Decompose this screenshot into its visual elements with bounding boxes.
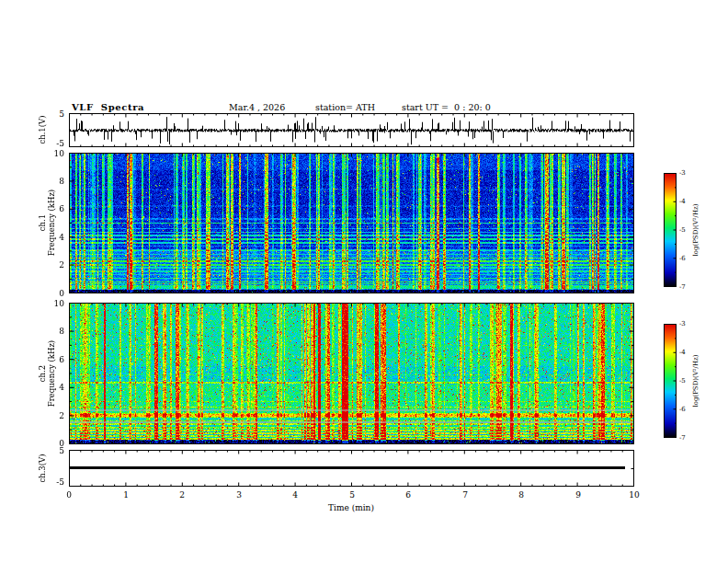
ch2-spec-frequency-label: Frequency (kHz) bbox=[47, 340, 56, 407]
ch3-wave-axis-label: ch.3(V) bbox=[38, 454, 47, 482]
ch1-wave-ymin-label: -5 bbox=[44, 139, 64, 148]
freq-tick-label: 8 bbox=[44, 327, 64, 336]
freq-tick-label: 0 bbox=[44, 439, 64, 448]
time-tick-label: 7 bbox=[455, 490, 475, 500]
colorbar-tick-label: -6 bbox=[679, 406, 686, 413]
colorbar-tick-label: -4 bbox=[679, 198, 686, 205]
ch3-waveform-canvas bbox=[69, 450, 634, 487]
freq-tick-label: 10 bbox=[44, 299, 64, 308]
figure-title: VLF Spectra bbox=[72, 102, 144, 112]
ch2-spec-channel-label: ch.2 bbox=[38, 340, 47, 407]
colorbar-title-1: log(PSD)(V²/Hz) bbox=[691, 204, 700, 257]
ch1-spectrogram-canvas bbox=[69, 153, 634, 293]
colorbar-tick-label: -4 bbox=[679, 349, 686, 356]
ch1-spec-axis-label: ch.1 Frequency (kHz) bbox=[38, 190, 56, 256]
colorbar-tick-label: -5 bbox=[679, 226, 686, 234]
colorbar-tick-label: -7 bbox=[679, 434, 686, 442]
ch2-spec-axis-label: ch.2 Frequency (kHz) bbox=[38, 340, 56, 407]
colorbar-tick-label: -5 bbox=[679, 377, 686, 385]
figure-start-ut: start UT = 0 : 20: 0 bbox=[402, 102, 491, 112]
ch1-wave-ymax-label: 5 bbox=[44, 109, 64, 119]
time-tick-label: 6 bbox=[398, 490, 418, 500]
colorbar-canvas-1 bbox=[664, 173, 677, 287]
time-tick-label: 10 bbox=[624, 490, 644, 500]
freq-tick-label: 10 bbox=[44, 149, 64, 158]
time-tick-label: 1 bbox=[116, 490, 136, 500]
time-tick-label: 2 bbox=[172, 490, 192, 500]
time-tick-label: 8 bbox=[511, 490, 531, 500]
colorbar-tick-label: -3 bbox=[679, 320, 686, 327]
colorbar-tick-label: -3 bbox=[679, 169, 686, 177]
freq-tick-label: 0 bbox=[44, 289, 64, 298]
time-tick-label: 5 bbox=[342, 490, 362, 500]
ch3-wave-ymin-label: -5 bbox=[44, 477, 64, 487]
ch1-wave-axis-label: ch.1(V) bbox=[38, 115, 47, 144]
colorbar-tick-label: -6 bbox=[679, 255, 686, 262]
figure-station: station= ATH bbox=[315, 102, 375, 112]
figure-date: Mar.4 , 2026 bbox=[229, 102, 285, 112]
colorbar-canvas-2 bbox=[664, 324, 677, 438]
ch2-spectrogram-canvas bbox=[69, 303, 634, 444]
vlf-spectra-figure: VLF Spectra Mar.4 , 2026 station= ATH st… bbox=[0, 0, 728, 563]
time-tick-label: 9 bbox=[568, 490, 588, 500]
time-tick-label: 4 bbox=[285, 490, 305, 500]
ch1-spec-frequency-label: Frequency (kHz) bbox=[47, 190, 56, 256]
ch1-waveform-canvas bbox=[69, 113, 634, 147]
time-tick-label: 0 bbox=[59, 490, 79, 500]
freq-tick-label: 2 bbox=[44, 411, 64, 420]
colorbar-title-2: log(PSD)(V²/Hz) bbox=[691, 355, 700, 408]
ch1-spec-channel-label: ch.1 bbox=[38, 190, 47, 256]
time-axis-title: Time (min) bbox=[324, 503, 379, 512]
freq-tick-label: 2 bbox=[44, 260, 64, 270]
colorbar-tick-label: -7 bbox=[679, 283, 686, 291]
time-tick-label: 3 bbox=[229, 490, 249, 500]
freq-tick-label: 8 bbox=[44, 177, 64, 186]
